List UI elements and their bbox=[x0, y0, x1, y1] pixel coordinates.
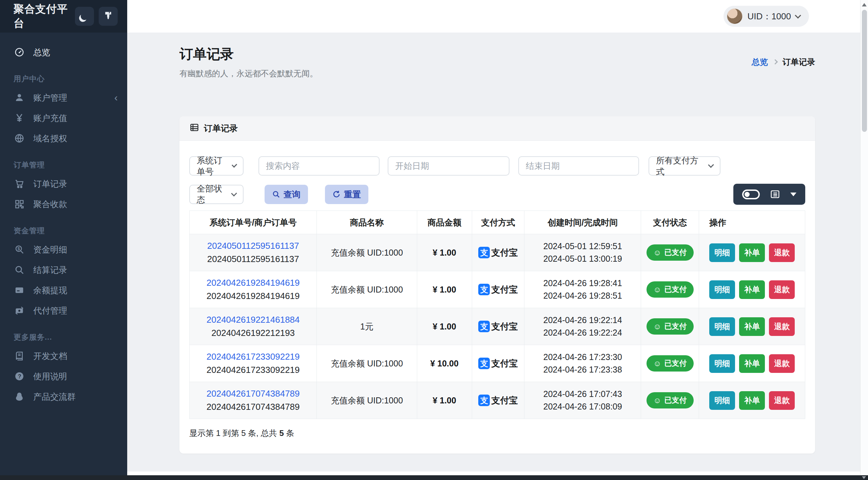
product-amount: ¥ 1.00 bbox=[417, 382, 472, 419]
column-header: 商品金额 bbox=[417, 211, 472, 234]
action-button-补单[interactable]: 补单 bbox=[739, 391, 765, 410]
orders-table: 系统订单号/商户订单号商品名称商品金额支付方式创建时间/完成时间支付状态操作 2… bbox=[189, 211, 805, 419]
sidebar-item-账户充值[interactable]: 账户充值 bbox=[0, 108, 127, 128]
action-button-明细[interactable]: 明细 bbox=[709, 280, 735, 299]
merchant-order-no: 20240426192212193 bbox=[190, 328, 316, 338]
system-order-link[interactable]: 2024050112595161137 bbox=[190, 241, 316, 251]
doc-icon bbox=[14, 351, 24, 361]
action-button-补单[interactable]: 补单 bbox=[739, 354, 765, 373]
action-button-明细[interactable]: 明细 bbox=[709, 354, 735, 373]
smiley-icon: ☺ bbox=[653, 323, 661, 331]
brand-title: 聚合支付平台 bbox=[14, 2, 70, 31]
action-button-退款[interactable]: 退款 bbox=[769, 280, 795, 299]
table-row: 2024042619221461884 20240426192212193 1元… bbox=[190, 308, 805, 345]
status-badge: ☺已支付 bbox=[647, 392, 693, 408]
smiley-icon: ☺ bbox=[653, 286, 661, 294]
action-button-明细[interactable]: 明细 bbox=[709, 391, 735, 410]
vertical-scrollbar[interactable] bbox=[860, 0, 868, 475]
sidebar-section-header: 订单管理 bbox=[0, 160, 127, 170]
actions-cell: 明细补单退款 bbox=[699, 308, 805, 345]
table-header-row: 系统订单号/商户订单号商品名称商品金额支付方式创建时间/完成时间支付状态操作 bbox=[190, 211, 805, 234]
status-select[interactable]: 全部状态 bbox=[189, 185, 244, 204]
order-type-select[interactable]: 系统订单号 bbox=[189, 156, 244, 176]
sidebar-item-账户管理[interactable]: 账户管理‹ bbox=[0, 87, 127, 108]
pay-method-select[interactable]: 所有支付方式 bbox=[649, 156, 720, 176]
smiley-icon: ☺ bbox=[653, 249, 661, 257]
system-order-link[interactable]: 2024042619221461884 bbox=[190, 315, 316, 325]
finished-time: 2024-04-26 19:22:24 bbox=[524, 328, 641, 338]
action-button-补单[interactable]: 补单 bbox=[739, 317, 765, 336]
brush-icon bbox=[104, 11, 113, 21]
table-row: 2024042619284194619 2024042619284194619 … bbox=[190, 271, 805, 308]
toggle-icon[interactable] bbox=[742, 189, 760, 199]
scroll-up-icon[interactable] bbox=[862, 3, 867, 6]
action-button-明细[interactable]: 明细 bbox=[709, 317, 735, 336]
horizontal-scrollbar[interactable] bbox=[0, 475, 868, 480]
breadcrumb-home-link[interactable]: 总览 bbox=[752, 57, 768, 67]
column-header: 支付状态 bbox=[641, 211, 699, 234]
breadcrumb-current: 订单记录 bbox=[783, 57, 815, 67]
product-name: 1元 bbox=[317, 308, 417, 345]
action-button-退款[interactable]: 退款 bbox=[769, 243, 795, 262]
sidebar-item-使用说明[interactable]: ?使用说明 bbox=[0, 366, 127, 386]
svg-text:$: $ bbox=[18, 246, 20, 251]
sidebar-item-label: 使用说明 bbox=[33, 371, 67, 382]
sidebar-item-资金明细[interactable]: $资金明细 bbox=[0, 239, 127, 260]
help-icon: ? bbox=[14, 371, 24, 381]
refresh-icon bbox=[332, 190, 341, 198]
theme-brush-button[interactable] bbox=[99, 7, 118, 26]
action-button-明细[interactable]: 明细 bbox=[709, 243, 735, 262]
sidebar-item-开发文档[interactable]: 开发文档 bbox=[0, 346, 127, 366]
scrollbar-thumb[interactable] bbox=[862, 10, 867, 132]
scroll-down-icon[interactable] bbox=[862, 476, 866, 479]
yen-icon bbox=[14, 113, 24, 123]
sidebar-item-订单记录[interactable]: 订单记录 bbox=[0, 174, 127, 194]
payout-icon bbox=[14, 305, 24, 316]
action-button-补单[interactable]: 补单 bbox=[739, 280, 765, 299]
end-date-input[interactable] bbox=[518, 156, 639, 176]
product-amount: ¥ 1.00 bbox=[417, 308, 472, 345]
search-input[interactable] bbox=[258, 156, 380, 176]
sidebar-item-聚合收款[interactable]: 聚合收款 bbox=[0, 194, 127, 214]
reset-button[interactable]: 重置 bbox=[325, 185, 368, 204]
status-badge: ☺已支付 bbox=[647, 355, 693, 372]
user-menu[interactable]: UID：1000 bbox=[724, 6, 809, 27]
sidebar-item-域名授权[interactable]: 域名授权 bbox=[0, 128, 127, 148]
sidebar-item-代付管理[interactable]: 代付管理 bbox=[0, 300, 127, 321]
query-button[interactable]: 查询 bbox=[265, 185, 308, 204]
action-button-退款[interactable]: 退款 bbox=[769, 354, 795, 373]
sidebar-item-结算记录[interactable]: 结算记录 bbox=[0, 260, 127, 280]
merchant-order-no: 2024050112595161137 bbox=[190, 254, 316, 264]
moon-icon bbox=[80, 12, 89, 21]
created-time: 2024-04-26 17:23:30 bbox=[524, 352, 641, 362]
actions-cell: 明细补单退款 bbox=[699, 382, 805, 419]
list-icon[interactable] bbox=[770, 189, 780, 199]
sidebar-item-余额提现[interactable]: 余额提现 bbox=[0, 280, 127, 300]
start-date-input[interactable] bbox=[388, 156, 509, 176]
product-name: 充值余额 UID:1000 bbox=[317, 271, 417, 308]
status-badge: ☺已支付 bbox=[647, 318, 693, 335]
column-header: 系统订单号/商户订单号 bbox=[190, 211, 317, 234]
sidebar-item-label: 资金明细 bbox=[33, 244, 67, 255]
sidebar-item-label: 聚合收款 bbox=[33, 199, 67, 210]
finished-time: 2024-04-26 19:28:51 bbox=[524, 291, 641, 301]
table-view-controls[interactable] bbox=[733, 184, 805, 205]
topbar: UID：1000 bbox=[127, 0, 868, 33]
alipay-icon: 支 bbox=[478, 395, 490, 406]
sidebar-header: 聚合支付平台 bbox=[0, 0, 127, 33]
svg-text:?: ? bbox=[18, 373, 21, 379]
dark-mode-button[interactable] bbox=[75, 7, 94, 26]
action-button-退款[interactable]: 退款 bbox=[769, 391, 795, 410]
product-name: 充值余额 UID:1000 bbox=[317, 345, 417, 382]
sidebar-item-产品交流群[interactable]: 产品交流群 bbox=[0, 386, 127, 407]
search-icon bbox=[14, 265, 24, 275]
action-button-退款[interactable]: 退款 bbox=[769, 317, 795, 336]
created-time: 2024-04-26 19:22:14 bbox=[524, 315, 641, 325]
system-order-link[interactable]: 2024042617074384789 bbox=[190, 388, 316, 399]
sidebar-item-总览[interactable]: 总览 bbox=[0, 42, 127, 62]
status-badge: ☺已支付 bbox=[647, 281, 693, 298]
system-order-link[interactable]: 2024042619284194619 bbox=[190, 278, 316, 288]
system-order-link[interactable]: 2024042617233092219 bbox=[190, 352, 316, 362]
action-button-补单[interactable]: 补单 bbox=[739, 243, 765, 262]
column-header: 创建时间/完成时间 bbox=[524, 211, 641, 234]
